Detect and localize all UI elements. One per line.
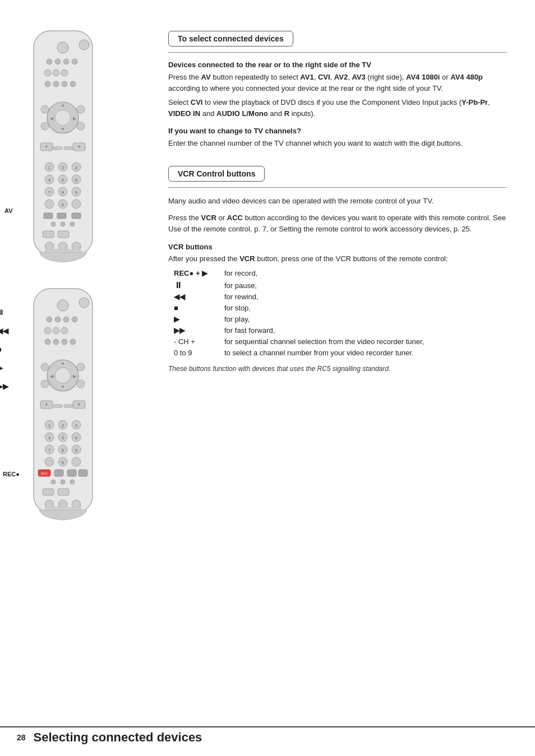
pause-icon-remote: ⏸ [0, 308, 8, 317]
subsection1-para1: Press the AV button repeatedly to select… [168, 72, 507, 94]
svg-point-7 [44, 69, 51, 76]
svg-text:▲: ▲ [61, 103, 65, 108]
svg-point-11 [53, 81, 59, 87]
ff-icon-remote: ▶▶ [0, 382, 8, 391]
svg-text:1: 1 [48, 166, 50, 170]
vcr-buttons-list: REC● + ▶ for record, ⏸ for pause, ◀◀ for… [174, 269, 507, 357]
svg-rect-28 [53, 147, 62, 150]
svg-text:9: 9 [75, 191, 77, 194]
vcr-note: These buttons function with devices that… [168, 365, 507, 373]
svg-text:7: 7 [48, 191, 50, 194]
vcr-desc-stop: for stop, [224, 304, 251, 312]
svg-rect-58 [43, 231, 54, 238]
vcr-row-09: 0 to 9 to select a channel number from y… [174, 349, 507, 357]
svg-text:+: + [77, 144, 80, 150]
svg-point-48 [45, 200, 54, 208]
subsection2-para1: Enter the channel number of the TV chann… [168, 138, 507, 149]
svg-point-1 [57, 42, 68, 53]
svg-point-23 [77, 122, 85, 130]
svg-point-71 [44, 327, 51, 334]
svg-text:1: 1 [48, 424, 50, 428]
svg-point-10 [45, 81, 50, 87]
svg-point-72 [53, 327, 59, 334]
svg-rect-54 [72, 213, 81, 219]
svg-point-50 [72, 200, 81, 208]
svg-point-6 [72, 59, 77, 64]
vcr-desc-rewind: for rewind, [224, 293, 259, 301]
svg-point-112 [45, 457, 54, 466]
svg-point-66 [79, 298, 89, 308]
svg-rect-53 [57, 213, 66, 219]
svg-point-21 [77, 105, 85, 113]
svg-text:+: + [45, 402, 48, 407]
svg-point-122 [61, 480, 65, 484]
svg-point-67 [47, 317, 52, 322]
svg-text:0: 0 [62, 203, 64, 207]
svg-point-8 [53, 69, 59, 76]
remote-1: ▲ ▼ ◀ ▶ + + [22, 28, 104, 263]
svg-text:2: 2 [62, 166, 64, 170]
svg-text:8: 8 [62, 191, 64, 194]
svg-text:3: 3 [75, 424, 77, 428]
subsection2-heading: If you want to change to TV channels? [168, 127, 507, 135]
page-number: 28 [17, 733, 26, 742]
svg-text:0: 0 [62, 461, 64, 465]
vcr-row-stop: ■ for stop, [174, 304, 507, 312]
svg-point-68 [55, 317, 61, 322]
svg-point-9 [61, 69, 68, 76]
svg-rect-29 [64, 147, 73, 150]
svg-point-3 [47, 59, 52, 64]
vcr-desc-ff: for fast forward, [224, 326, 275, 335]
svg-text:◀: ◀ [50, 374, 54, 379]
svg-rect-125 [58, 489, 69, 495]
svg-point-121 [51, 480, 56, 484]
stop-icon-remote: ■ [0, 345, 8, 354]
svg-point-114 [72, 457, 81, 466]
svg-point-84 [41, 363, 49, 371]
vcr-row-record: REC● + ▶ for record, [174, 269, 507, 277]
vcr-buttons-heading: VCR buttons [168, 243, 507, 251]
svg-text:2: 2 [62, 424, 64, 428]
section2-title: VCR Control buttons [178, 169, 255, 178]
svg-point-79 [55, 368, 71, 383]
svg-text:8: 8 [62, 448, 64, 452]
svg-point-22 [41, 122, 49, 130]
svg-point-2 [79, 40, 89, 50]
svg-rect-124 [43, 489, 54, 495]
svg-text:9: 9 [75, 448, 77, 452]
svg-text:▶: ▶ [73, 116, 77, 121]
svg-text:3: 3 [75, 166, 77, 170]
svg-text:6: 6 [75, 178, 77, 182]
svg-point-74 [45, 339, 50, 345]
svg-rect-118 [54, 470, 63, 476]
vcr-row-ff: ▶▶ for fast forward, [174, 326, 507, 335]
vcr-intro2: Press the VCR or ACC button according to… [168, 212, 507, 235]
svg-point-12 [62, 81, 67, 87]
vcr-desc-play: for play, [224, 315, 250, 323]
svg-text:5: 5 [62, 436, 64, 440]
svg-point-76 [62, 339, 67, 345]
svg-text:7: 7 [48, 448, 50, 452]
svg-rect-52 [44, 213, 53, 219]
svg-point-55 [51, 222, 56, 226]
svg-point-70 [72, 317, 77, 322]
section1-title: To select connected devices [178, 34, 284, 43]
svg-point-86 [41, 380, 49, 388]
av-label: AV [4, 207, 12, 214]
svg-text:REC: REC [41, 472, 48, 475]
svg-point-5 [63, 59, 69, 64]
svg-text:+: + [45, 144, 48, 150]
svg-text:▼: ▼ [61, 384, 65, 389]
svg-point-69 [63, 317, 69, 322]
vcr-desc-09: to select a channel number from your vid… [224, 349, 413, 357]
vcr-desc-pause: for pause, [224, 281, 257, 290]
svg-point-123 [70, 480, 75, 484]
vcr-row-ch: - CH + for sequential channel selection … [174, 337, 507, 346]
svg-text:▼: ▼ [61, 127, 65, 132]
svg-rect-120 [79, 470, 87, 476]
svg-text:◀: ◀ [50, 116, 54, 121]
svg-point-77 [70, 339, 76, 345]
vcr-row-pause: ⏸ for pause, [174, 280, 507, 290]
svg-text:+: + [77, 402, 80, 407]
svg-rect-92 [53, 405, 62, 407]
